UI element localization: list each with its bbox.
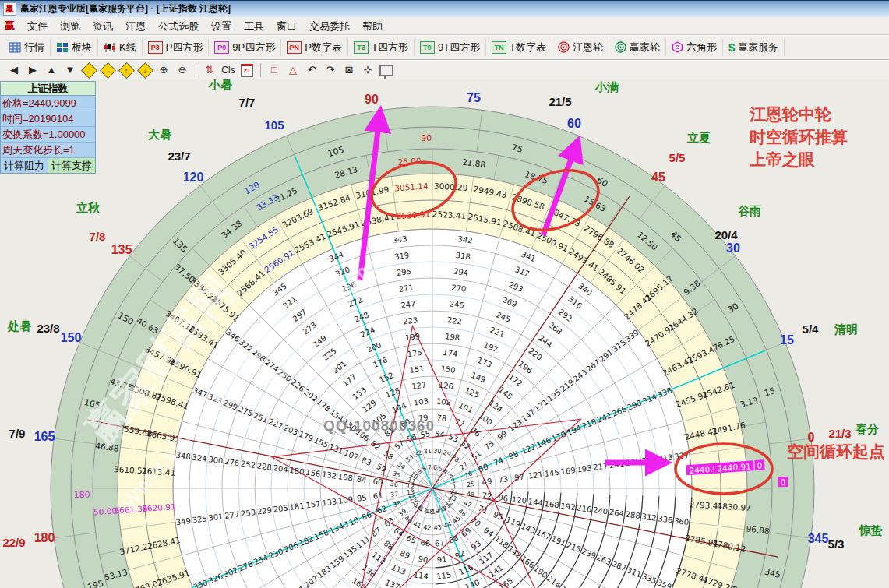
toolbar-button-p-square[interactable]: P3P四方形 — [143, 39, 210, 56]
svg-text:43: 43 — [433, 523, 442, 531]
menu-item-7[interactable]: 窗口 — [270, 19, 303, 33]
toolbar-separator — [196, 63, 196, 77]
toolbar-button-9t-square[interactable]: T99T四方形 — [415, 39, 486, 56]
svg-text:84: 84 — [356, 474, 367, 484]
menu-item-2[interactable]: 资讯 — [86, 19, 119, 33]
winner-service-icon: $ — [728, 40, 735, 54]
9p-square-icon: P9 — [214, 41, 229, 54]
toolbar-button-hangqing[interactable]: 行情 — [3, 39, 51, 56]
kline-icon — [104, 42, 116, 53]
pan-down-button-glyph: ↓ — [136, 62, 153, 78]
delete-box-button[interactable]: ⊠ — [340, 62, 358, 78]
calc-support-button[interactable]: 计算支撑 — [48, 158, 95, 173]
toolbar-button-hexagon[interactable]: 六角形 — [666, 39, 723, 56]
rotate-ccw-button[interactable]: ↶ — [303, 62, 320, 78]
svg-text:37: 37 — [390, 491, 398, 498]
toolbar-label-9t-square: 9T四方形 — [438, 40, 480, 55]
menu-item-8[interactable]: 交易委托 — [303, 19, 356, 33]
calendar-button[interactable]: 21 — [238, 62, 256, 78]
menu-item-6[interactable]: 工具 — [238, 19, 270, 33]
svg-text:48: 48 — [466, 491, 474, 498]
pan-down-button[interactable]: ↓ — [136, 62, 153, 78]
gann-wheel-icon — [558, 41, 570, 53]
rotate-cw-button[interactable]: ↷ — [322, 62, 339, 78]
pan-right-button[interactable]: → — [99, 62, 116, 78]
rect-tool-button[interactable]: □ — [266, 62, 283, 78]
hangqing-icon — [9, 42, 21, 53]
p-table-icon: PN — [287, 41, 302, 54]
svg-text:72: 72 — [482, 491, 492, 501]
panel-row-1: 时间=20190104 — [1, 111, 95, 127]
panel-row-2: 变换系数=1.00000 — [1, 127, 95, 143]
toolbar-label-winner-service: 赢家服务 — [738, 40, 778, 55]
prev-button-glyph: ◀ — [10, 65, 18, 76]
toolbar-label-p-table: P数字表 — [305, 40, 342, 55]
svg-text:78: 78 — [436, 413, 447, 423]
triangle-tool-button[interactable]: △ — [284, 62, 302, 78]
screen-button[interactable] — [378, 62, 395, 78]
zoom-in-button-glyph: ⊕ — [160, 65, 168, 76]
menu-item-0[interactable]: 文件 — [21, 19, 54, 33]
svg-text:36: 36 — [390, 481, 398, 488]
cls-button[interactable]: Cls — [220, 62, 237, 78]
calc-resistance-button[interactable]: 计算阻力 — [1, 158, 48, 173]
svg-text:90: 90 — [418, 555, 429, 565]
toolbar-label-9p-square: 9P四方形 — [232, 40, 275, 55]
svg-text:49: 49 — [482, 477, 492, 487]
toolbar-button-gann-wheel[interactable]: 江恩轮 — [552, 39, 609, 56]
toolbar-separator — [260, 63, 261, 77]
prev-button[interactable]: ◀ — [5, 62, 23, 78]
menu-item-9[interactable]: 帮助 — [356, 19, 389, 33]
toolbar-button-bankuai[interactable]: 板块 — [51, 39, 98, 56]
toolbar-button-winner-service[interactable]: $赢家服务 — [723, 39, 785, 56]
p-square-icon: P3 — [148, 41, 163, 54]
svg-text:97: 97 — [514, 473, 525, 483]
down-button[interactable]: ▼ — [62, 62, 79, 78]
svg-text:96: 96 — [498, 493, 509, 503]
rect-tool-button-glyph: □ — [271, 65, 277, 76]
zoom-out-button-glyph: ⊖ — [178, 65, 187, 76]
updown-button-glyph: ⇅ — [206, 65, 214, 76]
next-button[interactable]: ▶ — [24, 62, 41, 78]
toolbar-button-winner-wheel[interactable]: 赢家轮 — [609, 39, 666, 56]
svg-text:60: 60 — [372, 477, 383, 487]
svg-text:67: 67 — [434, 538, 445, 548]
9t-square-icon: T9 — [420, 41, 435, 54]
delete-box-button-glyph: ⊠ — [345, 65, 354, 76]
index-info-panel: 上证指数 价格=2440.9099时间=20190104变换系数=1.00000… — [0, 81, 96, 174]
menu-item-4[interactable]: 公式选股 — [152, 19, 205, 33]
title-bar: 赢 赢家江恩专业版[赢家服务平台] - [上证指数 江恩轮] — [0, 0, 889, 17]
zoom-out-button[interactable]: ⊖ — [174, 62, 191, 78]
app-logo-icon: 赢 — [3, 2, 16, 16]
pan-up-button[interactable]: ↑ — [118, 62, 135, 78]
toolbar-button-t-square[interactable]: T3T四方形 — [348, 39, 415, 56]
toolbar-button-t-table[interactable]: TNT数字表 — [486, 39, 552, 56]
next-button-glyph: ▶ — [29, 65, 37, 76]
svg-text:50.00: 50.00 — [93, 505, 118, 516]
drawing-toolbar: ◀▶▲▼←→↑↓⊕⊖⇅Cls21□△↶↷⊠⊹ — [0, 60, 889, 81]
toolbar-button-kline[interactable]: K线 — [98, 39, 143, 56]
menu-item-5[interactable]: 设置 — [205, 19, 238, 33]
hexagon-icon — [672, 41, 683, 53]
svg-text:61: 61 — [372, 491, 383, 501]
rotate-ccw-button-glyph: ↶ — [308, 65, 316, 76]
index-name: 上证指数 — [1, 82, 95, 96]
toolbar-button-p-table[interactable]: PNP数字表 — [281, 39, 348, 56]
screen-glyph — [379, 65, 393, 76]
updown-button[interactable]: ⇅ — [201, 62, 218, 78]
toolbar-button-9p-square[interactable]: P99P四方形 — [209, 39, 281, 56]
pan-right-button-glyph: → — [99, 62, 115, 78]
up-button[interactable]: ▲ — [43, 62, 60, 78]
menu-item-3[interactable]: 江恩 — [119, 19, 152, 33]
pan-left-button[interactable]: ← — [80, 62, 97, 78]
svg-text:55: 55 — [420, 429, 431, 439]
toolbar-label-t-table: T数字表 — [510, 40, 546, 55]
zoom-in-button[interactable]: ⊕ — [155, 62, 172, 78]
toolbar-label-hangqing: 行情 — [24, 40, 44, 55]
center-button[interactable]: ⊹ — [359, 62, 376, 78]
t-square-icon: T3 — [354, 41, 369, 54]
menu-item-1[interactable]: 浏览 — [54, 19, 86, 33]
svg-text:30: 30 — [433, 447, 442, 455]
svg-text:24: 24 — [450, 488, 458, 496]
menu-bar: 赢 文件浏览资讯江恩公式选股设置工具窗口交易委托帮助 — [0, 17, 889, 35]
